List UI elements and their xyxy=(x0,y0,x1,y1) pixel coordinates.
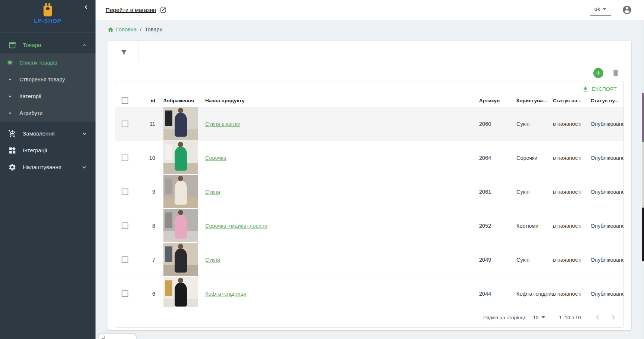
product-photo xyxy=(163,141,198,174)
bullet-icon xyxy=(9,112,11,114)
bottom-toast-cutoff xyxy=(99,334,136,339)
filter-button[interactable] xyxy=(120,49,128,56)
sub-item-label: Створення товару xyxy=(19,77,65,83)
row-checkbox[interactable] xyxy=(122,223,128,229)
breadcrumb-separator: / xyxy=(140,27,141,32)
column-header-name[interactable]: Назва продукту xyxy=(205,98,479,103)
table-row[interactable]: 11 Сукня в квітку 2060 Сукні в наявності… xyxy=(115,107,623,141)
integrations-icon xyxy=(8,146,16,155)
delete-selected-button[interactable] xyxy=(612,69,620,77)
sidebar-item-product-list[interactable]: Список товарів xyxy=(0,54,96,71)
column-header-image[interactable]: Зображення xyxy=(155,98,205,103)
active-bullet-icon xyxy=(8,61,12,64)
sidebar-item-orders[interactable]: Замовлення xyxy=(0,125,96,142)
language-select[interactable]: uk xyxy=(590,4,611,16)
sidebar-item-label: Інтеграції xyxy=(23,147,47,153)
select-all-checkbox[interactable] xyxy=(122,97,128,104)
settings-gear-icon xyxy=(8,163,16,171)
sub-item-label: Категорії xyxy=(19,93,41,99)
product-name-link[interactable]: Сукня xyxy=(205,257,220,263)
cell-category: Сукні xyxy=(516,121,553,127)
sidebar-item-settings[interactable]: Налаштування xyxy=(0,159,96,175)
product-name-link[interactable]: Кофта+спідниця xyxy=(205,291,246,297)
cell-stock-status: в наявності xyxy=(553,155,591,161)
photo-background-accent xyxy=(165,111,172,126)
table-row[interactable]: 8 Сорочка +майка+лосини 2052 Костюми в н… xyxy=(115,209,623,243)
table-row[interactable]: 10 Сорочка 2064 Сорочки в наявності Опуб… xyxy=(115,141,623,175)
sidebar-item-create-product[interactable]: Створення товару xyxy=(0,71,96,88)
page-content: Головна / Товари xyxy=(96,20,644,330)
row-checkbox[interactable] xyxy=(122,155,128,161)
photo-person-head xyxy=(178,142,184,147)
column-header-stock[interactable]: Статус на... xyxy=(553,98,591,103)
product-name-link[interactable]: Сорочка +майка+лосини xyxy=(205,223,268,229)
go-to-shop-link[interactable]: Перейти в магазин xyxy=(106,7,166,13)
column-header-category[interactable]: Користува... xyxy=(516,98,553,103)
row-checkbox[interactable] xyxy=(122,256,128,263)
cell-stock-status: в наявності xyxy=(553,291,591,297)
cell-id: 8 xyxy=(135,223,155,229)
sidebar-item-attributes[interactable]: Атрибути xyxy=(0,105,96,121)
breadcrumb: Головна / Товари xyxy=(107,26,631,33)
sidebar-item-integrations[interactable]: Інтеграції xyxy=(0,142,96,159)
table-row[interactable]: 9 Сукня 2061 Сукні в наявності Опубліков… xyxy=(115,175,623,209)
cell-publish-status: Опубліковано xyxy=(591,189,623,195)
column-header-publish[interactable]: Статус пу... xyxy=(591,98,623,103)
product-photo xyxy=(163,175,198,208)
add-product-button[interactable] xyxy=(593,68,603,78)
caret-down-icon xyxy=(541,316,545,318)
product-photo xyxy=(163,243,198,276)
topbar: Перейти в магазин uk xyxy=(96,0,644,20)
column-header-sku[interactable]: Артикул xyxy=(479,98,516,103)
row-checkbox[interactable] xyxy=(122,290,128,297)
photo-garment-shape xyxy=(175,215,187,239)
cell-publish-status: Опубліковано xyxy=(591,291,623,297)
cell-stock-status: в наявності xyxy=(553,189,591,195)
account-menu-button[interactable] xyxy=(622,5,632,15)
table-row[interactable]: 7 Сукня 2049 Сукні в наявності Опубліков… xyxy=(115,243,623,277)
main-area: Перейти в магазин uk Головна / То xyxy=(96,0,644,339)
product-name-link[interactable]: Сукня в квітку xyxy=(205,121,240,127)
chevron-left-icon xyxy=(593,313,602,322)
caret-down-icon xyxy=(603,8,606,10)
row-checkbox[interactable] xyxy=(122,121,128,127)
language-value: uk xyxy=(594,6,600,12)
inventory-box-icon xyxy=(8,41,16,49)
cell-publish-status: Опубліковано xyxy=(591,223,623,229)
cell-category: Кофта+спідниц xyxy=(516,291,553,297)
trash-icon xyxy=(612,69,620,77)
cell-stock-status: в наявності xyxy=(553,121,591,127)
row-checkbox[interactable] xyxy=(122,189,128,195)
sidebar-item-label: Налаштування xyxy=(23,164,62,170)
photo-person-head xyxy=(178,210,184,215)
photo-garment-shape xyxy=(175,249,187,273)
product-photo xyxy=(163,209,198,242)
cell-sku: 2060 xyxy=(479,121,516,127)
photo-garment-shape xyxy=(175,113,187,137)
topbar-right: uk xyxy=(590,4,632,16)
column-header-id[interactable]: id xyxy=(135,98,155,103)
next-page-button[interactable] xyxy=(609,312,618,322)
chevron-down-icon xyxy=(81,164,88,171)
cell-sku: 2049 xyxy=(479,257,516,263)
product-name-link[interactable]: Сукня xyxy=(205,189,220,195)
rows-per-page-select[interactable]: 10 xyxy=(533,315,545,320)
sidebar-item-categories[interactable]: Категорії xyxy=(0,88,96,105)
sub-item-label: Атрибути xyxy=(19,110,43,116)
sidebar-item-products[interactable]: Товари xyxy=(0,37,96,53)
pagination-buttons xyxy=(593,312,618,322)
export-button[interactable]: ЕКСПОРТ xyxy=(579,84,620,94)
previous-page-button[interactable] xyxy=(593,312,603,322)
account-circle-icon xyxy=(622,5,632,15)
rows-per-page-label: Рядків на сторінці: xyxy=(483,315,526,320)
breadcrumb-home-link[interactable]: Головна xyxy=(107,27,137,33)
products-data-grid: ЕКСПОРТ id Зображення Назва продукту Арт… xyxy=(115,81,624,328)
grid-toolbar: ЕКСПОРТ xyxy=(115,81,623,95)
photo-background-accent xyxy=(165,280,172,296)
external-link-icon xyxy=(160,7,166,13)
sidebar-collapse-button[interactable] xyxy=(82,3,90,11)
photo-garment-shape xyxy=(175,283,187,307)
product-name-link[interactable]: Сорочка xyxy=(205,155,226,161)
table-row[interactable]: 6 Кофта+спідниця 2044 Кофта+спідниц в на… xyxy=(115,277,623,307)
cell-stock-status: в наявності xyxy=(553,257,591,263)
